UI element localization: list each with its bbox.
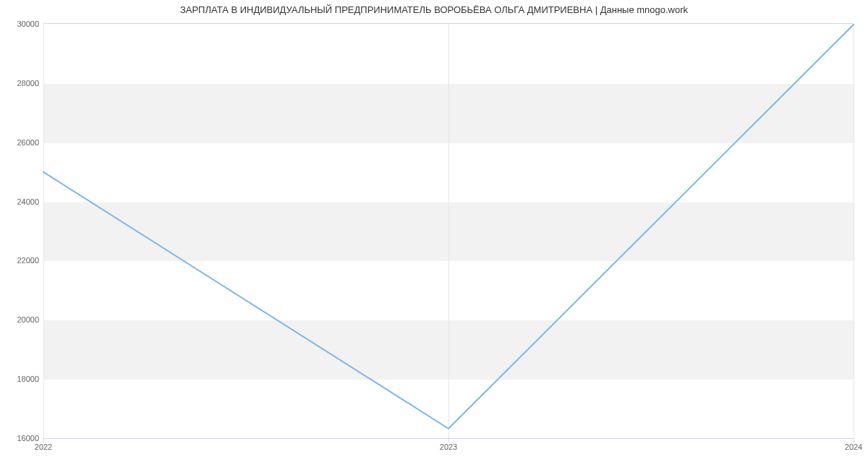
plot-area [43,23,854,439]
chart-container: ЗАРПЛАТА В ИНДИВИДУАЛЬНЫЙ ПРЕДПРИНИМАТЕЛ… [0,0,868,470]
y-axis-label: 30000 [3,20,39,28]
y-axis-label: 28000 [3,79,39,87]
chart-title: ЗАРПЛАТА В ИНДИВИДУАЛЬНЫЙ ПРЕДПРИНИМАТЕЛ… [0,4,868,15]
y-axis-label: 20000 [3,315,39,324]
x-axis-label: 2022 [35,443,52,451]
y-axis-label: 16000 [3,434,39,443]
y-axis-label: 26000 [3,138,39,147]
y-axis-label: 24000 [3,197,39,206]
x-gridline [854,24,854,438]
x-axis-label: 2024 [845,443,862,451]
x-axis-label: 2023 [440,443,457,451]
y-axis-label: 22000 [3,256,39,265]
y-axis-label: 18000 [3,375,39,383]
data-line [43,24,854,438]
